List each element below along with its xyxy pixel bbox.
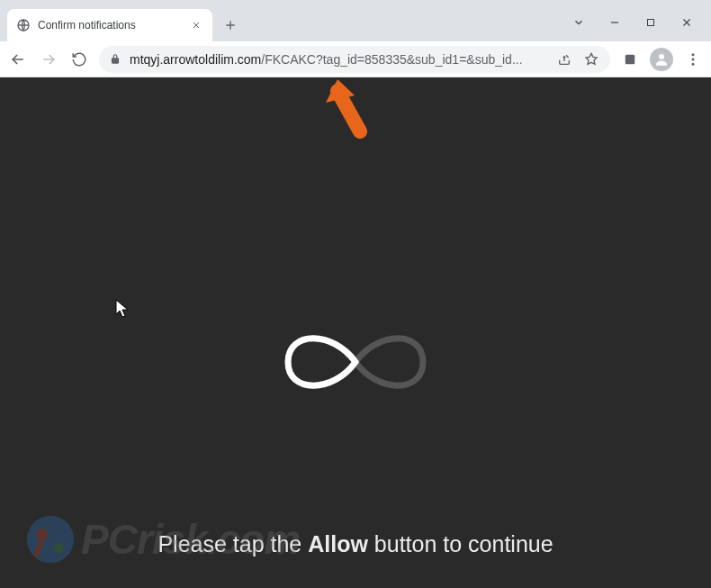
watermark-text: PCrisk.com xyxy=(81,515,300,564)
prompt-bold: Allow xyxy=(308,531,368,556)
infinity-spinner-icon xyxy=(261,312,450,415)
close-window-button[interactable] xyxy=(677,13,697,32)
svg-point-4 xyxy=(692,53,695,56)
page-content: Please tap the Allow button to continue … xyxy=(0,77,711,588)
watermark-icon xyxy=(25,514,76,565)
chevron-down-icon[interactable] xyxy=(569,13,589,32)
browser-tab[interactable]: Confirm notifications xyxy=(7,9,212,41)
profile-avatar[interactable] xyxy=(650,48,673,71)
prompt-post: button to continue xyxy=(368,531,554,556)
close-icon[interactable] xyxy=(189,18,203,32)
svg-point-3 xyxy=(659,54,664,59)
svg-point-5 xyxy=(692,58,695,60)
mouse-cursor-icon xyxy=(115,299,130,322)
window-controls xyxy=(569,13,711,41)
menu-icon[interactable] xyxy=(682,49,704,70)
url-text: mtqyj.arrowtoldilim.com/FKCAKC?tag_id=85… xyxy=(130,52,523,67)
watermark: PCrisk.com xyxy=(25,514,300,565)
forward-button[interactable] xyxy=(38,49,59,70)
lock-icon xyxy=(108,52,122,67)
address-bar[interactable]: mtqyj.arrowtoldilim.com/FKCAKC?tag_id=85… xyxy=(99,46,610,73)
reload-button[interactable] xyxy=(68,49,90,70)
url-host: mtqyj.arrowtoldilim.com xyxy=(130,52,261,67)
svg-rect-2 xyxy=(626,54,635,64)
maximize-button[interactable] xyxy=(641,13,661,32)
share-icon[interactable] xyxy=(554,50,574,69)
browser-titlebar: Confirm notifications xyxy=(0,0,711,41)
url-path: /FKCAKC?tag_id=858335&sub_id1=&sub_id... xyxy=(261,52,522,67)
minimize-button[interactable] xyxy=(605,13,625,32)
svg-rect-1 xyxy=(648,20,654,26)
svg-point-8 xyxy=(36,529,48,540)
back-button[interactable] xyxy=(7,49,29,70)
extensions-icon[interactable] xyxy=(619,49,641,70)
svg-point-9 xyxy=(54,543,64,553)
bookmark-icon[interactable] xyxy=(581,50,601,69)
globe-icon xyxy=(16,18,31,32)
browser-toolbar: mtqyj.arrowtoldilim.com/FKCAKC?tag_id=85… xyxy=(0,41,711,77)
annotation-arrow-icon xyxy=(324,77,378,144)
svg-point-6 xyxy=(692,62,695,65)
new-tab-button[interactable] xyxy=(218,13,243,38)
tab-title: Confirm notifications xyxy=(38,19,182,32)
